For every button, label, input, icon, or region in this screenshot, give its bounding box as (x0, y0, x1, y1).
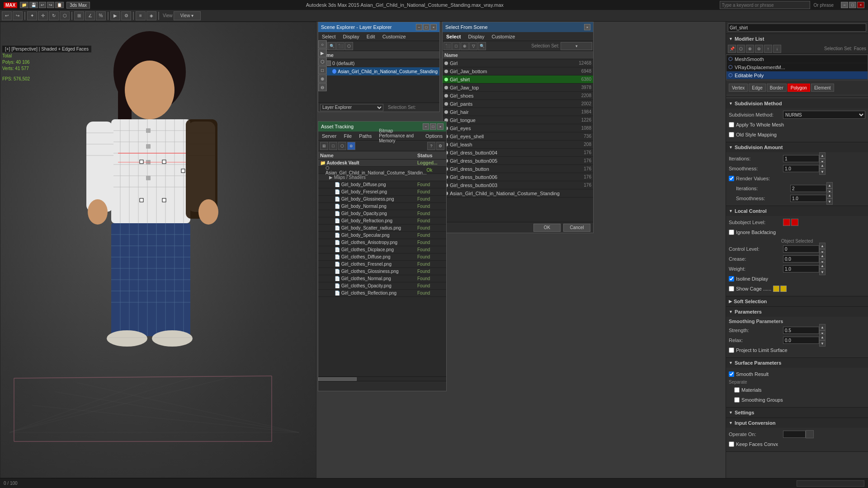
ss-object-row[interactable]: Asian_Girl_Child_in_National_Costume_Sta… (443, 189, 593, 197)
rp-relax-down[interactable]: ▼ (819, 340, 826, 347)
rp-operate-swatch[interactable] (806, 430, 814, 438)
se-menu-customize[interactable]: Customize (381, 34, 408, 39)
at-minimize[interactable]: − (423, 123, 429, 130)
ss-object-row[interactable]: Girl_dress_button004176 (443, 149, 593, 157)
at-menu-paths[interactable]: Paths (357, 133, 373, 139)
at-map-row[interactable]: 📄 Girl_clothes_Reflection.pngFound (318, 290, 446, 297)
rp-smoothing-groups-check[interactable] (734, 397, 740, 403)
rp-ctrl-up[interactable]: ▲ (819, 243, 826, 249)
rp-tool-pin[interactable]: 📌 (728, 45, 736, 53)
at-map-row[interactable]: 📄 Girl_clothes_Dicplace.pngFound (318, 246, 446, 253)
rp-soft-sel-header[interactable]: ▶ Soft Selection (726, 296, 868, 306)
ss-object-row[interactable]: Girl_shoes2208 (443, 92, 593, 100)
select-scene-ok-button[interactable]: OK (533, 224, 561, 232)
at-tool-3[interactable]: ⬡ (338, 142, 346, 150)
search-input[interactable] (720, 1, 810, 9)
ss-object-row[interactable]: Girl12468 (443, 59, 593, 67)
se-layer-child-0[interactable]: Asian_Girl_Child_in_National_Costume_Sta… (318, 67, 439, 75)
rp-materials-check[interactable] (734, 387, 740, 393)
ss-object-row[interactable]: Girl_Jaw_top3978 (443, 84, 593, 92)
at-tool-1[interactable]: ⊞ (320, 142, 328, 150)
at-file-row[interactable]: ⬡ Asian_Girl_Child_in_National_Costume_S… (318, 167, 446, 174)
at-map-row[interactable]: 📄 Girl_clothes_Normal.pngFound (318, 275, 446, 282)
scene-explorer-titlebar[interactable]: Scene Explorer - Layer Explorer − □ × (318, 22, 439, 32)
scale-button[interactable]: ⬡ (60, 11, 70, 20)
rp-render-smooth-input[interactable] (790, 195, 826, 202)
maximize-button[interactable]: □ (849, 2, 856, 8)
rp-showcage-check[interactable] (729, 286, 734, 291)
ss-tab-display[interactable]: Display (466, 34, 486, 39)
close-button[interactable]: × (857, 2, 864, 8)
se-tool-3[interactable]: ⬛ (336, 42, 344, 50)
modifier-vray[interactable]: ⬡ VRayDisplacementM... (726, 63, 868, 71)
rp-smooth-up[interactable]: ▲ (819, 162, 826, 169)
rp-keep-faces-check[interactable] (729, 441, 734, 447)
undo-button[interactable]: ↩ (2, 11, 12, 20)
ss-object-row[interactable]: Girl_dress_button003176 (443, 181, 593, 189)
ss-object-row[interactable]: Girl_dress_button005176 (443, 157, 593, 165)
modifier-meshsmooth[interactable]: ⬡ MeshSmooth (726, 55, 868, 63)
ss-object-row[interactable]: Girl_pants2002 (443, 100, 593, 108)
at-tool-4[interactable]: ⊕ (347, 142, 355, 150)
sub-obj-polygon[interactable]: Polygon (788, 84, 810, 92)
sub-obj-edge[interactable]: Edge (749, 84, 765, 92)
at-menu-file[interactable]: File (342, 133, 354, 139)
rp-method-select[interactable]: NURMS (783, 111, 865, 119)
rp-crease-input[interactable] (783, 255, 819, 263)
at-map-row[interactable]: 📄 Girl_clothes_Glossiness.pngFound (318, 268, 446, 275)
asset-scroll-thumb[interactable] (318, 377, 357, 381)
se-menu-display[interactable]: Display (341, 34, 361, 39)
ss-all-btn[interactable]: ⬛ (443, 42, 452, 50)
rp-ctrl-level-input[interactable] (783, 245, 819, 253)
reference-coord[interactable]: View ▾ (174, 11, 201, 20)
rp-tool-3[interactable]: ⊕ (746, 45, 754, 53)
modifier-editable-poly[interactable]: ⬡ Editable Poly (726, 71, 868, 80)
old-style-mapping-checkbox[interactable] (729, 132, 734, 137)
se-tool-4[interactable]: ⬡ (345, 42, 353, 50)
at-map-row[interactable]: 📄 Girl_clothes_Diffuse.pngFound (318, 253, 446, 261)
se-icon-6[interactable]: ⊖ (318, 83, 326, 91)
at-group-row[interactable]: ▶ Maps / Shaders (318, 174, 446, 181)
redo-button[interactable]: ↪ (13, 11, 23, 20)
se-footer-select[interactable]: Layer Explorer (320, 104, 383, 111)
move-button[interactable]: ✛ (38, 11, 48, 20)
sub-obj-border[interactable]: Border (767, 84, 787, 92)
select-scene-titlebar[interactable]: Select From Scene × (443, 22, 593, 32)
rp-smooth-input[interactable] (783, 165, 819, 172)
ss-filter-btn[interactable]: ▽ (469, 42, 477, 50)
angle-snap[interactable]: ∠ (85, 11, 95, 20)
at-close[interactable]: × (437, 123, 443, 130)
ss-object-row[interactable]: Girl_eyes_shell736 (443, 132, 593, 141)
ss-tab-customize[interactable]: Customize (490, 34, 517, 39)
select-button[interactable]: ✦ (27, 11, 37, 20)
sub-obj-element[interactable]: Element (811, 84, 834, 92)
rp-isoline-check[interactable] (729, 276, 734, 282)
render-button[interactable]: ▶ (110, 11, 120, 20)
at-menu-options[interactable]: Options (424, 133, 444, 139)
at-tool-5[interactable]: ? (427, 142, 435, 150)
at-map-row[interactable]: 📄 Girl_body_Glossiness.pngFound (318, 196, 446, 203)
rp-tool-6[interactable]: ↓ (773, 45, 781, 53)
se-icon-1[interactable]: ○ (318, 40, 326, 48)
at-tool-6[interactable]: ⚙ (436, 142, 444, 150)
se-icon-3[interactable]: ⬡ (318, 57, 326, 66)
se-icon-2[interactable]: ▶ (318, 49, 326, 57)
at-menu-server[interactable]: Server (320, 133, 338, 139)
at-map-row[interactable]: 📄 Girl_body_Specular.pngFound (318, 232, 446, 239)
at-map-row[interactable]: 📄 Girl_clothes_Opacity.pngFound (318, 282, 446, 290)
rp-tool-2[interactable]: ⬡ (737, 45, 745, 53)
rp-operate-on-input[interactable] (783, 431, 806, 438)
at-map-row[interactable]: 📄 Girl_clothes_Fresnel.pngFound (318, 261, 446, 268)
rp-subdiv-amt-header[interactable]: ▼ Subdivision Amount (726, 142, 868, 152)
rp-strength-input[interactable] (783, 327, 819, 334)
at-map-row[interactable]: 📄 Girl_body_Opacity.pngFound (318, 210, 446, 217)
rp-settings-header[interactable]: ▼ Settings (726, 408, 868, 418)
ss-object-row[interactable]: Girl_Jaw_bottom6948 (443, 67, 593, 75)
ss-object-row[interactable]: Girl_dress_button006176 (443, 173, 593, 181)
rp-tool-5[interactable]: ↑ (764, 45, 772, 53)
render-setup[interactable]: ⚙ (121, 11, 131, 20)
asset-scroll-h[interactable] (318, 376, 446, 381)
rp-render-smooth-up[interactable]: ▲ (826, 192, 833, 198)
rp-weight-up[interactable]: ▲ (819, 263, 826, 269)
se-tool-2[interactable]: 🔍 (328, 42, 336, 50)
